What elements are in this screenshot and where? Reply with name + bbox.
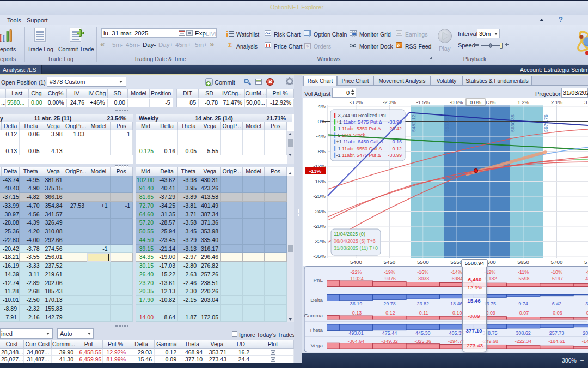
svg-text:-0.10: -0.10	[451, 310, 462, 316]
svg-text:257.73: 257.73	[549, 330, 565, 336]
svg-text:-32%: -32%	[313, 238, 326, 244]
svg-text:-10%: -10%	[551, 269, 562, 275]
svg-text:-4%: -4%	[316, 133, 326, 139]
svg-text:-1 11abr. 5475 Put Δ: -1 11abr. 5475 Put Δ	[336, 153, 381, 158]
svg-text:+1 11abr. 6450 Call Δ: +1 11abr. 6450 Call Δ	[336, 139, 383, 144]
svg-text:3.0%: 3.0%	[584, 100, 588, 105]
svg-text:4%: 4%	[318, 103, 326, 109]
svg-text:Gamma: Gamma	[304, 312, 323, 318]
svg-text:-24%: -24%	[313, 208, 326, 214]
svg-text:-28%: -28%	[313, 223, 326, 229]
svg-text:5400: 5400	[350, 259, 362, 265]
svg-text:-22%: -22%	[350, 269, 362, 275]
svg-text:308.62: 308.62	[516, 330, 531, 336]
svg-text:-36%: -36%	[313, 253, 326, 259]
svg-text:29.78: 29.78	[383, 301, 396, 306]
svg-text:0.0%: 0.0%	[470, 100, 481, 105]
svg-text:5700: 5700	[551, 259, 563, 265]
svg-text:-5197: -5197	[550, 276, 563, 281]
svg-text:-5598: -5598	[517, 276, 530, 281]
svg-text:5500: 5500	[417, 259, 429, 265]
svg-text:31/03/2025 (11) T+0: 31/03/2025 (11) T+0	[334, 245, 378, 251]
svg-text:-6984: -6984	[450, 276, 463, 281]
svg-text:-11024: -11024	[348, 276, 363, 281]
svg-text:0%: 0%	[318, 118, 326, 124]
svg-text:-11%: -11%	[518, 269, 529, 275]
svg-text:5482.12: 5482.12	[411, 114, 416, 132]
svg-text:445.30: 445.30	[415, 330, 431, 336]
svg-text:23.82: 23.82	[417, 301, 430, 306]
svg-text:11/04/2025 (0): 11/04/2025 (0)	[334, 231, 365, 237]
svg-text:9.74: 9.74	[518, 301, 528, 306]
svg-text:475.44: 475.44	[382, 330, 397, 336]
svg-text:-146.71: -146.71	[582, 339, 588, 344]
svg-text:-184.61: -184.61	[548, 339, 565, 344]
svg-text:06/04/2025 (5) T+6: 06/04/2025 (5) T+6	[334, 238, 376, 244]
svg-text:-13%: -13%	[309, 168, 322, 174]
svg-text:5750: 5750	[584, 259, 588, 265]
svg-text:405.35: 405.35	[449, 330, 464, 336]
svg-text:36.19: 36.19	[350, 301, 363, 306]
svg-text:-9376: -9376	[383, 276, 396, 281]
svg-text:0.3%: 0.3%	[484, 100, 495, 105]
svg-text:-0.07: -0.07	[518, 310, 529, 316]
svg-text:0.16: 0.16	[392, 139, 402, 144]
svg-text:-349.32: -349.32	[381, 339, 398, 344]
svg-text:18.46: 18.46	[450, 301, 463, 306]
svg-text:5650: 5650	[517, 259, 529, 265]
svg-text:-1.5%: -1.5%	[416, 100, 430, 105]
svg-text:-16%: -16%	[313, 178, 326, 184]
svg-text:5450: 5450	[384, 259, 396, 265]
svg-text:-1 11abr. 5350 Put Δ: -1 11abr. 5350 Put Δ	[336, 126, 381, 131]
svg-text:208.81: 208.81	[583, 330, 588, 336]
svg-text:5630.35: 5630.35	[510, 114, 516, 132]
svg-text:-16%: -16%	[417, 269, 428, 275]
svg-text:-0.05: -0.05	[585, 310, 588, 316]
svg-text:-0.13: -0.13	[351, 310, 362, 316]
svg-text:-19%: -19%	[384, 269, 395, 275]
svg-text:5531.53: 5531.53	[444, 114, 450, 132]
svg-text:6.42: 6.42	[552, 301, 562, 306]
svg-text:1.2%: 1.2%	[517, 100, 529, 105]
svg-text:0.12: 0.12	[392, 146, 402, 152]
svg-text:2.1%: 2.1%	[551, 100, 562, 105]
svg-text:-4818: -4818	[584, 276, 588, 281]
svg-text:-9%: -9%	[586, 269, 588, 275]
svg-text:-0.11: -0.11	[418, 310, 428, 316]
svg-text:-1 11abr. 6550 Call Δ: -1 11abr. 6550 Call Δ	[336, 146, 382, 152]
svg-text:-0.6%: -0.6%	[450, 100, 463, 105]
svg-text:Vega: Vega	[311, 342, 323, 348]
svg-text:-0.06: -0.06	[551, 310, 562, 316]
svg-text:-3.2%: -3.2%	[350, 100, 363, 105]
svg-text:-20%: -20%	[313, 193, 326, 199]
svg-text:493.01: 493.01	[348, 330, 364, 336]
svg-text:-3,744.90 Realized PnL: -3,744.90 Realized PnL	[336, 113, 388, 118]
svg-text:-33.99: -33.99	[388, 153, 402, 158]
svg-text:-14%: -14%	[451, 269, 462, 275]
svg-text:-8038: -8038	[416, 276, 429, 281]
svg-text:-222.34: -222.34	[515, 339, 532, 344]
svg-text:Delta: Delta	[310, 297, 323, 303]
svg-text:-2.3%: -2.3%	[383, 100, 396, 105]
svg-text:-0.12: -0.12	[384, 310, 395, 316]
svg-text:3.61: 3.61	[585, 301, 588, 306]
svg-text:-325.36: -325.36	[415, 339, 432, 344]
svg-text:-8%: -8%	[316, 148, 326, 154]
svg-text:+1 11abr. 5475 Put Δ: +1 11abr. 5475 Put Δ	[336, 119, 382, 125]
svg-text:Theta: Theta	[309, 327, 323, 333]
svg-text:PnL: PnL	[314, 277, 323, 283]
